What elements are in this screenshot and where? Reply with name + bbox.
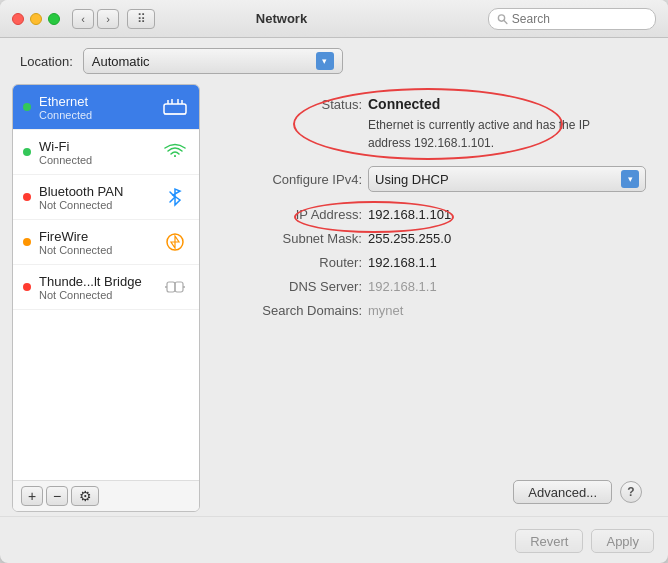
router-label: Router: <box>222 254 362 270</box>
sidebar-list: Ethernet Connected <box>13 85 199 480</box>
domains-value: mynet <box>368 303 646 318</box>
advanced-button[interactable]: Advanced... <box>513 480 612 504</box>
remove-network-button[interactable]: − <box>46 486 68 506</box>
advanced-bar: Advanced... ? <box>212 474 656 512</box>
ip-label: IP Address: <box>222 206 362 222</box>
location-value: Automatic <box>92 54 310 69</box>
sidebar-toolbar: + − ⚙ <box>13 480 199 511</box>
domains-label: Search Domains: <box>222 302 362 318</box>
ethernet-info: Ethernet Connected <box>39 94 153 121</box>
subnet-value: 255.255.255.0 <box>368 231 646 246</box>
bottom-bar: Revert Apply <box>0 521 668 563</box>
wifi-icon <box>161 138 189 166</box>
ethernet-name: Ethernet <box>39 94 153 109</box>
thunderbolt-icon <box>161 273 189 301</box>
thunderbolt-status: Not Connected <box>39 289 153 301</box>
svg-rect-2 <box>164 104 186 114</box>
close-button[interactable] <box>12 13 24 25</box>
sidebar-item-firewire[interactable]: FireWire Not Connected <box>13 220 199 265</box>
search-icon <box>497 13 508 25</box>
bluetooth-name: Bluetooth PAN <box>39 184 153 199</box>
ip-address-row: IP Address: 192.168.1.101 <box>212 206 656 222</box>
window-title: Network <box>75 11 488 26</box>
gear-menu-button[interactable]: ⚙ <box>71 486 99 506</box>
configure-select[interactable]: Using DHCP ▾ <box>368 166 646 192</box>
sidebar: Ethernet Connected <box>12 84 200 512</box>
ethernet-status: Connected <box>39 109 153 121</box>
sidebar-item-bluetooth[interactable]: Bluetooth PAN Not Connected <box>13 175 199 220</box>
firewire-icon <box>161 228 189 256</box>
status-description: Ethernet is currently active and has the… <box>368 118 590 150</box>
search-bar[interactable] <box>488 8 656 30</box>
svg-rect-9 <box>167 282 175 292</box>
firewire-status-dot <box>23 238 31 246</box>
detail-panel: Status: Connected Ethernet is currently … <box>212 84 656 512</box>
minimize-button[interactable] <box>30 13 42 25</box>
sidebar-item-wifi[interactable]: Wi-Fi Connected <box>13 130 199 175</box>
bluetooth-icon <box>161 183 189 211</box>
location-label: Location: <box>20 54 73 69</box>
thunderbolt-name: Thunde...lt Bridge <box>39 274 153 289</box>
status-row: Status: Connected Ethernet is currently … <box>222 96 646 152</box>
dns-row: DNS Server: 192.168.1.1 <box>212 278 656 294</box>
configure-label: Configure IPv4: <box>222 171 362 187</box>
help-button[interactable]: ? <box>620 481 642 503</box>
search-input[interactable] <box>512 12 647 26</box>
detail-content: Status: Connected Ethernet is currently … <box>212 96 656 474</box>
ethernet-status-dot <box>23 103 31 111</box>
firewire-name: FireWire <box>39 229 153 244</box>
firewire-status: Not Connected <box>39 244 153 256</box>
add-network-button[interactable]: + <box>21 486 43 506</box>
ethernet-icon <box>161 93 189 121</box>
firewire-info: FireWire Not Connected <box>39 229 153 256</box>
sidebar-item-thunderbolt[interactable]: Thunde...lt Bridge Not Connected <box>13 265 199 310</box>
wifi-name: Wi-Fi <box>39 139 153 154</box>
domains-row: Search Domains: mynet <box>212 302 656 318</box>
bluetooth-status: Not Connected <box>39 199 153 211</box>
subnet-label: Subnet Mask: <box>222 230 362 246</box>
router-row: Router: 192.168.1.1 <box>212 254 656 270</box>
status-value: Connected <box>368 96 440 112</box>
status-oval-container: Connected Ethernet is currently active a… <box>368 96 590 152</box>
dns-value: 192.168.1.1 <box>368 279 646 294</box>
router-value: 192.168.1.1 <box>368 255 646 270</box>
maximize-button[interactable] <box>48 13 60 25</box>
bluetooth-info: Bluetooth PAN Not Connected <box>39 184 153 211</box>
status-section: Status: Connected Ethernet is currently … <box>212 96 656 152</box>
subnet-row: Subnet Mask: 255.255.255.0 <box>212 230 656 246</box>
bluetooth-status-dot <box>23 193 31 201</box>
configure-value: Using DHCP <box>375 172 617 187</box>
network-window: ‹ › ⠿ Network Location: Automatic ▾ <box>0 0 668 563</box>
apply-button[interactable]: Apply <box>591 529 654 553</box>
location-select[interactable]: Automatic ▾ <box>83 48 343 74</box>
thunderbolt-status-dot <box>23 283 31 291</box>
thunderbolt-info: Thunde...lt Bridge Not Connected <box>39 274 153 301</box>
wifi-info: Wi-Fi Connected <box>39 139 153 166</box>
location-arrow-icon: ▾ <box>316 52 334 70</box>
wifi-status: Connected <box>39 154 153 166</box>
revert-button[interactable]: Revert <box>515 529 583 553</box>
location-bar: Location: Automatic ▾ <box>0 38 668 84</box>
title-bar: ‹ › ⠿ Network <box>0 0 668 38</box>
dns-label: DNS Server: <box>222 278 362 294</box>
bottom-divider <box>0 516 668 517</box>
main-content: Ethernet Connected <box>0 84 668 512</box>
configure-arrow-icon: ▾ <box>621 170 639 188</box>
configure-row: Configure IPv4: Using DHCP ▾ <box>212 166 656 192</box>
traffic-lights <box>12 13 60 25</box>
wifi-status-dot <box>23 148 31 156</box>
svg-line-1 <box>504 20 507 23</box>
ip-value: 192.168.1.101 <box>368 207 451 222</box>
sidebar-item-ethernet[interactable]: Ethernet Connected <box>13 85 199 130</box>
status-label: Status: <box>222 96 362 112</box>
svg-rect-10 <box>175 282 183 292</box>
